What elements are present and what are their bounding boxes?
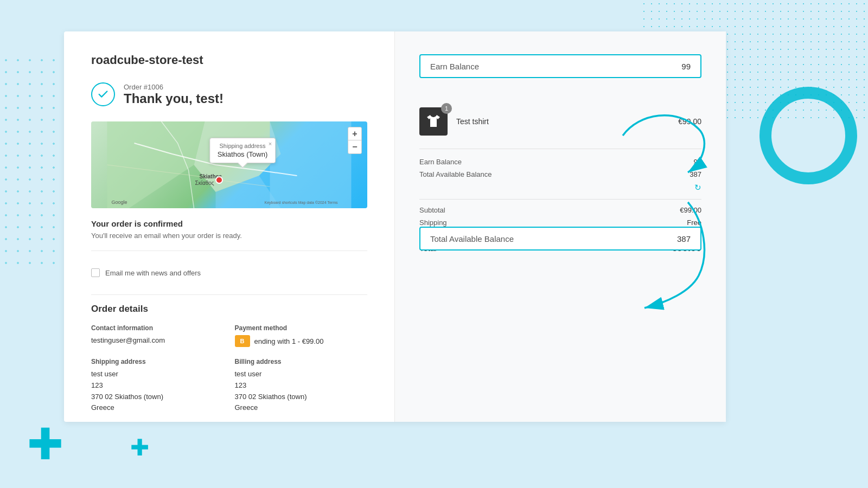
- product-row: 1 Test tshirt €99.00: [419, 107, 701, 136]
- thank-you-message: Thank you, test!: [124, 91, 224, 106]
- store-name: roadcube-store-test: [91, 53, 367, 67]
- left-panel: roadcube-store-test Order #1006 Thank yo…: [64, 31, 395, 422]
- refresh-icon[interactable]: ↻: [419, 183, 701, 192]
- map-zoom-in-button[interactable]: +: [348, 127, 361, 140]
- shipping-address-content: test user 123 370 02 Skiathos (town) Gre…: [91, 369, 224, 414]
- svg-text:Google: Google: [112, 200, 127, 205]
- map-container: Skiathos Σκίαθος ✈ Xanemos κτλ. Google K…: [91, 121, 367, 208]
- product-name: Test tshirt: [456, 117, 489, 126]
- details-grid: Contact information testinguser@gmail.co…: [91, 324, 367, 422]
- billing-name: test user: [235, 370, 262, 378]
- shipping-country: Greece: [91, 403, 114, 412]
- earn-balance-highlight-value: 99: [681, 62, 691, 71]
- earn-balance-line-label: Earn Balance: [419, 158, 462, 166]
- subtotal-value: €99.00: [680, 206, 701, 214]
- teal-circle-decoration: [760, 87, 857, 184]
- total-available-highlight-value: 387: [677, 234, 691, 243]
- product-left: 1 Test tshirt: [419, 107, 489, 136]
- earn-balance-line-value: 99: [694, 158, 701, 166]
- divider-1: [91, 251, 367, 251]
- svg-rect-2: [270, 121, 352, 208]
- subtotal-label: Subtotal: [419, 206, 445, 214]
- shipping-address-section: Shipping address test user 123 370 02 Sk…: [91, 358, 224, 414]
- total-available-highlight-box: Total Available Balance 387: [419, 227, 701, 251]
- confirmed-text: You'll receive an email when your order …: [91, 232, 367, 240]
- shipping-name: test user: [91, 370, 118, 378]
- map-pin: [215, 176, 223, 184]
- shipping-city: 370 02 Skiathos (town): [91, 393, 163, 401]
- email-checkbox[interactable]: [91, 268, 100, 277]
- plus-icon-bottom-left: ✚: [27, 423, 63, 466]
- payment-section-title: Payment method: [235, 324, 368, 332]
- shipping-label: Shipping: [419, 219, 447, 227]
- email-checkbox-label: Email me with news and offers: [105, 269, 201, 277]
- contact-email: testinguser@gmail.com: [91, 335, 224, 346]
- earn-balance-line: Earn Balance 99: [419, 158, 701, 166]
- payment-method-row: B ending with 1 - €99.00: [235, 335, 368, 347]
- map-roads-svg: Skiathos Σκίαθος ✈ Xanemos κτλ. Google K…: [91, 121, 367, 208]
- earn-balance-highlight-label: Earn Balance: [430, 62, 479, 71]
- contact-section: Contact information testinguser@gmail.co…: [91, 324, 224, 347]
- billing-address-title: Billing address: [235, 358, 368, 365]
- billing-city: 370 02 Skiathos (town): [235, 393, 307, 401]
- payment-text: ending with 1 - €99.00: [254, 337, 324, 345]
- map-zoom-out-button[interactable]: −: [348, 140, 361, 153]
- subtotal-line: Subtotal €99.00: [419, 206, 701, 214]
- confirmed-title: Your order is confirmed: [91, 219, 367, 228]
- shipping-value: Free: [687, 219, 701, 227]
- shipping-address-title: Shipping address: [91, 358, 224, 365]
- summary-divider: [419, 199, 701, 200]
- map-tooltip: × Shipping address Skiathos (Town): [209, 138, 276, 163]
- order-details-title: Order details: [91, 304, 367, 314]
- total-available-line: Total Available Balance 387: [419, 170, 701, 178]
- check-circle-icon: [91, 82, 115, 106]
- order-header: Order #1006 Thank you, test!: [91, 82, 367, 106]
- tooltip-place: Skiathos (Town): [218, 150, 267, 158]
- svg-marker-0: [107, 121, 205, 208]
- tooltip-title: Shipping address: [218, 143, 267, 149]
- billing-address-content: test user 123 370 02 Skiathos (town) Gre…: [235, 369, 368, 414]
- order-number: Order #1006: [124, 83, 224, 91]
- earn-balance-highlight-box: Earn Balance 99: [419, 54, 701, 78]
- total-available-highlight-label: Total Available Balance: [430, 234, 514, 243]
- shipping-line: Shipping Free: [419, 219, 701, 227]
- map-background: Skiathos Σκίαθος ✈ Xanemos κτλ. Google K…: [91, 121, 367, 208]
- billing-country: Greece: [235, 403, 258, 412]
- order-info: Order #1006 Thank you, test!: [124, 83, 224, 106]
- total-available-line-label: Total Available Balance: [419, 170, 492, 178]
- svg-text:Σκίαθος: Σκίαθος: [195, 180, 214, 186]
- billing-street: 123: [235, 381, 247, 389]
- product-price: €99.00: [678, 117, 701, 126]
- product-image-wrap: 1: [419, 107, 448, 136]
- shipping-street: 123: [91, 381, 103, 389]
- payment-section: Payment method B ending with 1 - €99.00: [235, 324, 368, 347]
- confirmed-section: Your order is confirmed You'll receive a…: [91, 219, 367, 240]
- divider-2: [91, 294, 367, 295]
- svg-text:Keyboard shortcuts  Map data ©: Keyboard shortcuts Map data ©2024 Terms: [265, 201, 338, 205]
- plus-icon-bottom-center: ✚: [130, 434, 149, 461]
- payment-badge: B: [235, 335, 250, 347]
- billing-address-section: Billing address test user 123 370 02 Ski…: [235, 358, 368, 414]
- contact-section-title: Contact information: [91, 324, 224, 332]
- total-available-line-value: 387: [690, 170, 701, 178]
- product-quantity-badge: 1: [441, 103, 452, 114]
- main-card: roadcube-store-test Order #1006 Thank yo…: [64, 31, 726, 422]
- map-zoom-controls: + −: [348, 127, 362, 154]
- email-checkbox-row[interactable]: Email me with news and offers: [91, 260, 367, 286]
- right-panel: Earn Balance 99 1 Test tshirt €99.00: [395, 31, 726, 422]
- map-tooltip-close[interactable]: ×: [269, 140, 272, 147]
